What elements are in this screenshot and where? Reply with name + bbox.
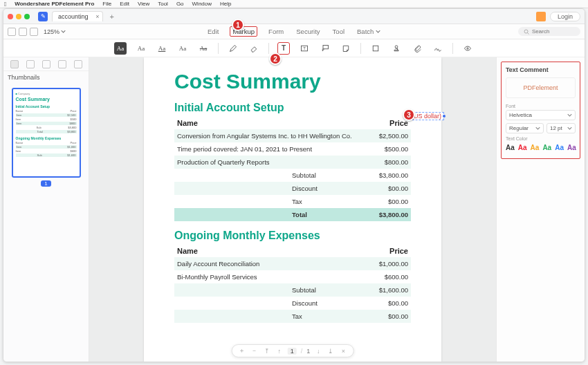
eraser-tool-button[interactable] (248, 42, 260, 55)
cost-table-2: NamePrice Daily Account Reconciliation$1… (174, 245, 411, 323)
tab-security[interactable]: Security (295, 26, 321, 37)
menu-go[interactable]: Go (176, 1, 184, 7)
resize-handle-icon[interactable] (443, 115, 445, 118)
left-sidebar: Thumbnails ■ Company Cost Summary Initia… (3, 57, 89, 362)
view-mode-group (8, 28, 38, 36)
color-orange[interactable]: Aa (531, 144, 540, 151)
page-title: Cost Summary (174, 70, 411, 93)
search-tab-icon[interactable] (58, 60, 66, 68)
menu-window[interactable]: Window (192, 1, 212, 7)
title-bar: ✎ accounting × + Login (3, 9, 585, 24)
sticky-note-button[interactable] (340, 42, 352, 55)
svg-line-1 (528, 32, 529, 34)
login-button[interactable]: Login (550, 12, 580, 21)
last-page-button[interactable]: ⤓ (327, 348, 335, 355)
svg-rect-5 (373, 46, 378, 51)
tax-label: Tax (174, 195, 373, 208)
text-comment-inspector: Text Comment PDFelement Font Helvetica R… (501, 62, 580, 159)
tab-form[interactable]: Form (267, 26, 285, 37)
table-cell: Daily Account Reconciliation (174, 257, 365, 270)
underline-button[interactable]: Aa (156, 42, 168, 55)
page-thumbnail[interactable]: ■ Company Cost Summary Initial Account S… (12, 88, 81, 178)
apple-menu-icon[interactable]:  (4, 1, 6, 8)
sidebar-toggle-icon[interactable] (8, 28, 16, 36)
font-size-select[interactable]: 12 pt (546, 123, 576, 133)
zoom-in-button[interactable]: ＋ (238, 346, 246, 355)
menu-view[interactable]: View (138, 1, 149, 7)
hide-annotations-button[interactable] (461, 42, 474, 55)
attachments-tab-icon[interactable] (74, 60, 82, 68)
signature-icon (434, 44, 442, 53)
callout-button[interactable] (319, 42, 331, 55)
sidebar-title: Thumbnails (3, 71, 89, 84)
chevron-down-icon (535, 126, 540, 131)
text-style2-button[interactable]: Aa (176, 42, 189, 55)
current-page-input[interactable]: 1 (288, 348, 297, 355)
text-comment-button[interactable]: T (277, 42, 290, 55)
eraser-icon (250, 44, 258, 53)
inspector-title: Text Comment (506, 66, 576, 73)
search-input[interactable] (532, 28, 573, 35)
document-tab[interactable]: accounting × (52, 11, 103, 21)
document-viewport[interactable]: Cost Summary Initial Account Setup NameP… (89, 57, 496, 362)
tutorial-badge-2: 2 (269, 53, 282, 65)
eye-icon (463, 44, 472, 53)
strikethrough-button[interactable]: Aa (197, 42, 210, 55)
textbox-button[interactable]: T (298, 42, 311, 55)
shape-tool-button[interactable] (369, 42, 382, 55)
attach-button[interactable] (411, 42, 423, 55)
chevron-down-icon (376, 29, 380, 34)
close-window-icon[interactable] (8, 14, 13, 19)
highlight-style-button[interactable]: Aa (114, 42, 127, 55)
page-view-icon[interactable] (30, 28, 38, 36)
minimize-window-icon[interactable] (16, 14, 21, 19)
first-page-button[interactable]: ⤒ (263, 348, 271, 355)
col-name: Name (174, 245, 365, 257)
prev-page-button[interactable]: ↑ (275, 348, 284, 355)
thumbnails-list: ■ Company Cost Summary Initial Account S… (3, 84, 89, 362)
tab-edit[interactable]: Edit (206, 26, 220, 37)
toolbar: 125% Edit Markup Form Security Tool Batc… (3, 24, 585, 39)
textbox-icon: T (300, 44, 309, 53)
stamp-button[interactable] (390, 42, 403, 55)
annotations-tab-icon[interactable] (42, 60, 50, 68)
font-weight-value: Regular (509, 125, 529, 131)
zoom-dropdown[interactable]: 125% (44, 28, 66, 35)
tab-tool[interactable]: Tool (331, 26, 346, 37)
search-icon (524, 29, 529, 35)
table-cell: $2,500.00 (373, 129, 411, 142)
callout-icon (321, 44, 329, 53)
separator (360, 43, 361, 54)
new-tab-button[interactable]: + (107, 12, 117, 21)
menu-tool[interactable]: Tool (158, 1, 168, 7)
text-preview: PDFelement (506, 77, 576, 98)
color-purple[interactable]: Aa (567, 144, 576, 151)
zoom-out-button[interactable]: － (250, 346, 259, 355)
table-cell: $600.00 (365, 270, 411, 283)
menu-help[interactable]: Help (220, 1, 231, 7)
font-family-select[interactable]: Helvetica (506, 110, 576, 120)
tab-batch[interactable]: Batch (356, 26, 382, 37)
app-name[interactable]: Wondershare PDFelement Pro (15, 1, 94, 7)
color-green[interactable]: Aa (542, 144, 551, 151)
color-red[interactable]: Aa (518, 144, 527, 151)
close-toolbar-button[interactable]: × (339, 348, 347, 355)
bookmarks-tab-icon[interactable] (26, 60, 35, 68)
search-box[interactable] (518, 27, 580, 36)
pencil-tool-button[interactable] (227, 42, 239, 55)
svg-point-7 (467, 47, 468, 48)
font-weight-select[interactable]: Regular (506, 123, 544, 133)
color-blue[interactable]: Aa (555, 144, 564, 151)
separator (452, 43, 453, 54)
thumbnails-tab-icon[interactable] (10, 60, 19, 68)
next-page-button[interactable]: ↓ (314, 348, 322, 355)
maximize-window-icon[interactable] (24, 14, 30, 19)
menu-edit[interactable]: Edit (120, 1, 129, 7)
text-style-button[interactable]: Aa (135, 42, 147, 55)
close-tab-icon[interactable]: × (95, 13, 99, 20)
gift-icon[interactable] (536, 12, 546, 21)
grid-view-icon[interactable] (19, 28, 27, 36)
color-black[interactable]: Aa (506, 144, 515, 151)
signature-button[interactable] (432, 42, 444, 55)
menu-file[interactable]: File (102, 1, 111, 7)
